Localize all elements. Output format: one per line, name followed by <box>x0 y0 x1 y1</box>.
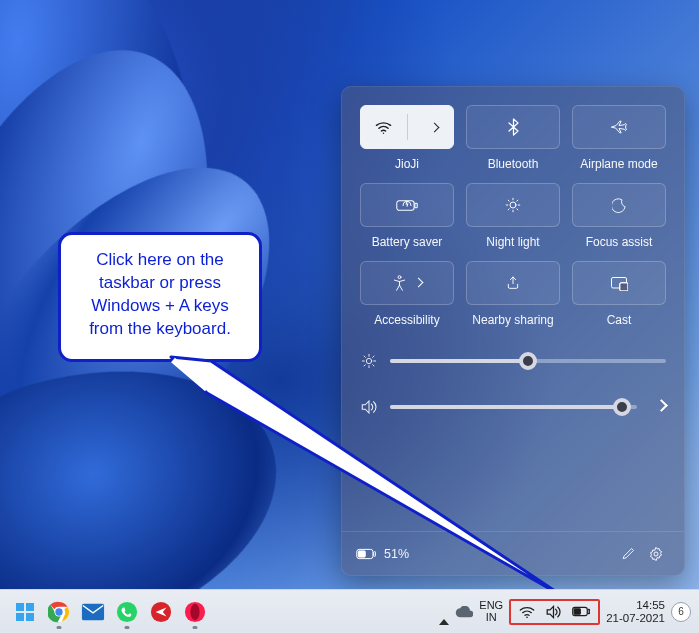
clock-time: 14:55 <box>606 599 665 611</box>
instruction-callout: Click here on the taskbar or press Windo… <box>58 232 262 362</box>
chrome-taskbar-icon[interactable] <box>44 597 74 627</box>
airplane-mode-tile[interactable] <box>572 105 666 149</box>
settings-button[interactable] <box>642 540 670 568</box>
svg-rect-6 <box>620 282 628 290</box>
volume-flyout-button[interactable] <box>649 400 666 414</box>
notification-center-button[interactable]: 6 <box>671 602 691 622</box>
volume-tray-icon <box>545 605 562 619</box>
send-taskbar-icon[interactable] <box>146 597 176 627</box>
cast-icon <box>610 276 628 291</box>
svg-point-25 <box>526 616 528 617</box>
svg-rect-14 <box>26 603 34 611</box>
wifi-tile[interactable] <box>360 105 454 149</box>
clock[interactable]: 14:55 21-07-2021 <box>606 599 665 623</box>
nearby-sharing-icon <box>505 275 521 291</box>
night-light-label: Night light <box>486 235 539 249</box>
svg-point-21 <box>117 601 137 621</box>
start-button[interactable] <box>10 597 40 627</box>
wifi-submenu-button[interactable] <box>408 106 454 148</box>
svg-point-12 <box>654 552 658 556</box>
focus-assist-tile[interactable] <box>572 183 666 227</box>
night-light-icon <box>504 196 522 214</box>
taskbar: ENG IN 14:55 21-07-2021 6 <box>0 589 699 633</box>
nearby-sharing-tile[interactable] <box>466 261 560 305</box>
accessibility-icon <box>392 275 407 291</box>
night-light-tile[interactable] <box>466 183 560 227</box>
cast-tile[interactable] <box>572 261 666 305</box>
svg-point-4 <box>398 276 401 279</box>
bluetooth-label: Bluetooth <box>488 157 539 171</box>
system-tray-quick-settings[interactable] <box>509 599 600 625</box>
cast-label: Cast <box>607 313 632 327</box>
onedrive-tray-icon[interactable] <box>455 606 473 618</box>
wifi-tray-icon <box>519 606 535 618</box>
edit-quick-settings-button[interactable] <box>614 540 642 568</box>
svg-point-3 <box>510 202 516 208</box>
instruction-text: Click here on the taskbar or press Windo… <box>89 250 231 338</box>
quick-settings-grid: JioJi Bluetooth Airplane mode <box>360 105 666 327</box>
focus-assist-label: Focus assist <box>586 235 653 249</box>
airplane-mode-label: Airplane mode <box>580 157 657 171</box>
nearby-sharing-label: Nearby sharing <box>472 313 553 327</box>
whatsapp-taskbar-icon[interactable] <box>112 597 142 627</box>
battery-saver-icon <box>396 199 418 212</box>
svg-rect-13 <box>16 603 24 611</box>
battery-tray-icon <box>572 606 590 617</box>
bluetooth-tile[interactable] <box>466 105 560 149</box>
svg-rect-2 <box>415 203 417 208</box>
accessibility-label: Accessibility <box>374 313 439 327</box>
notification-count: 6 <box>678 606 684 617</box>
svg-rect-20 <box>82 603 104 620</box>
accessibility-submenu[interactable] <box>407 276 422 290</box>
battery-saver-label: Battery saver <box>372 235 443 249</box>
language-line2: IN <box>479 612 503 624</box>
clock-date: 21-07-2021 <box>606 612 665 624</box>
opera-taskbar-icon[interactable] <box>180 597 210 627</box>
tray-overflow-button[interactable] <box>439 605 449 619</box>
battery-saver-tile[interactable] <box>360 183 454 227</box>
accessibility-tile[interactable] <box>360 261 454 305</box>
focus-assist-icon <box>612 198 627 213</box>
wifi-label: JioJi <box>395 157 419 171</box>
wifi-icon[interactable] <box>361 106 407 148</box>
airplane-icon <box>610 119 628 135</box>
svg-point-0 <box>383 132 384 133</box>
svg-point-24 <box>190 603 199 620</box>
callout-pointer <box>171 357 581 617</box>
language-line1: ENG <box>479 600 503 612</box>
mail-taskbar-icon[interactable] <box>78 597 108 627</box>
svg-rect-15 <box>16 613 24 621</box>
svg-point-19 <box>55 608 62 615</box>
desktop: JioJi Bluetooth Airplane mode <box>0 0 699 633</box>
svg-rect-28 <box>574 609 580 615</box>
svg-rect-27 <box>588 609 590 613</box>
bluetooth-icon <box>508 118 519 136</box>
language-indicator[interactable]: ENG IN <box>479 600 503 623</box>
svg-rect-16 <box>26 613 34 621</box>
